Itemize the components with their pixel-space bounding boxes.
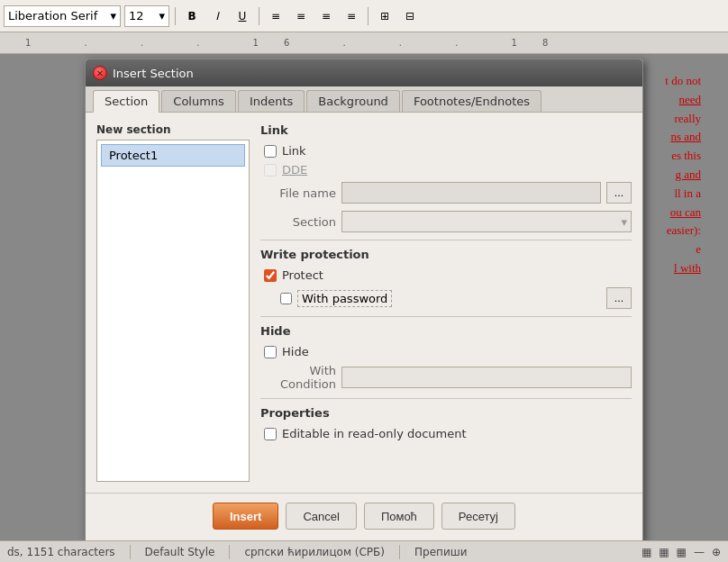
hide-checkbox[interactable] — [264, 346, 277, 358]
section-list[interactable]: Protect1 — [96, 140, 250, 482]
hide-checkbox-row: Hide — [260, 345, 632, 358]
language: српски ћирилицом (СРБ) — [244, 546, 385, 558]
help-button[interactable]: Помоћ — [364, 503, 434, 530]
tab-indents-label: Indents — [250, 95, 293, 108]
font-name-select[interactable]: Liberation Serif ▾ — [4, 5, 121, 27]
right-panel: Link Link DDE File name — [260, 123, 632, 482]
font-size-select[interactable]: 12 ▾ — [124, 5, 169, 27]
font-size-label: 12 — [129, 9, 144, 23]
tab-background-label: Background — [318, 95, 388, 108]
statusbar-icon-4: — — [694, 546, 705, 558]
tab-footnotes[interactable]: Footnotes/Endnotes — [402, 90, 541, 112]
ruler-marks: 1 . . . 16 . . . 18 — [25, 38, 573, 48]
section-field-label: Section — [264, 215, 336, 229]
paragraph-style: Default Style — [145, 546, 215, 558]
reset-button[interactable]: Ресетуј — [441, 503, 515, 530]
statusbar-sep-1 — [130, 545, 131, 559]
tab-section[interactable]: Section — [93, 90, 159, 113]
statusbar-icon-2: ▦ — [659, 546, 669, 558]
tab-footnotes-label: Footnotes/Endnotes — [414, 95, 530, 108]
dialog-titlebar: ✕ Insert Section — [86, 59, 642, 86]
link-checkbox-label[interactable]: Link — [282, 144, 306, 158]
font-name-label: Liberation Serif — [8, 9, 97, 23]
section-list-item[interactable]: Protect1 — [101, 144, 245, 167]
edit-mode: Препиши — [414, 546, 467, 558]
with-password-row: With password ... — [260, 287, 632, 309]
toolbar-separator-3 — [368, 7, 369, 25]
divider-3 — [260, 398, 632, 399]
divider-2 — [260, 316, 632, 317]
tab-background[interactable]: Background — [306, 90, 400, 112]
editable-label[interactable]: Editable in read-only document — [282, 427, 467, 440]
with-password-label[interactable]: With password — [297, 292, 392, 305]
modal-overlay: ✕ Insert Section Section Columns Indents… — [0, 54, 728, 540]
file-name-label: File name — [264, 186, 336, 200]
insert-section-dialog: ✕ Insert Section Section Columns Indents… — [85, 59, 643, 543]
close-icon: ✕ — [96, 68, 104, 78]
underline-button[interactable]: U — [232, 5, 253, 27]
list-unordered-button[interactable]: ⊟ — [399, 5, 421, 27]
hide-checkbox-label[interactable]: Hide — [282, 345, 309, 358]
new-section-label: New section — [96, 123, 250, 136]
with-condition-row: With Condition — [260, 364, 632, 391]
link-group-label: Link — [260, 123, 632, 137]
size-dropdown-icon: ▾ — [159, 9, 165, 23]
link-checkbox-row: Link — [260, 144, 632, 158]
align-center-button[interactable]: ≡ — [290, 5, 312, 27]
statusbar-zoom: ⊕ — [712, 546, 721, 558]
tab-indents[interactable]: Indents — [238, 90, 305, 112]
align-right-button[interactable]: ≡ — [315, 5, 337, 27]
ruler: 1 . . . 16 . . . 18 — [0, 32, 728, 54]
align-justify-button[interactable]: ≡ — [341, 5, 362, 27]
dde-checkbox-label[interactable]: DDE — [282, 163, 307, 177]
font-dropdown-icon: ▾ — [110, 9, 116, 23]
password-browse-icon: ... — [614, 293, 624, 304]
editable-checkbox-row: Editable in read-only document — [260, 427, 632, 440]
dialog-content: New section Protect1 Link Link — [86, 113, 642, 493]
statusbar-sep-3 — [399, 545, 400, 559]
editable-checkbox[interactable] — [264, 428, 277, 440]
with-condition-input[interactable] — [341, 367, 632, 388]
divider-1 — [260, 240, 632, 240]
align-left-button[interactable]: ≡ — [265, 5, 287, 27]
with-password-checkbox[interactable] — [280, 293, 292, 304]
tab-bar: Section Columns Indents Background Footn… — [86, 86, 642, 113]
file-name-row: File name ... — [260, 182, 632, 204]
browse-icon: ... — [614, 187, 624, 199]
section-list-panel: New section Protect1 — [96, 123, 250, 482]
write-protection-label: Write protection — [260, 248, 632, 261]
italic-button[interactable]: I — [206, 5, 228, 27]
cancel-button[interactable]: Cancel — [286, 503, 356, 530]
tab-section-label: Section — [105, 95, 148, 108]
dialog-buttons: Insert Cancel Помоћ Ресетуј — [86, 493, 642, 542]
bold-button[interactable]: B — [181, 5, 203, 27]
file-name-browse-button[interactable]: ... — [606, 182, 632, 204]
section-dropdown-icon: ▾ — [621, 215, 627, 229]
dde-checkbox[interactable] — [264, 164, 277, 177]
password-browse-button[interactable]: ... — [606, 287, 632, 309]
with-condition-label: With Condition — [264, 364, 336, 391]
tab-columns-label: Columns — [173, 95, 224, 108]
file-name-input[interactable] — [341, 182, 601, 204]
close-button[interactable]: ✕ — [93, 66, 107, 80]
section-field-row: Section ▾ — [260, 211, 632, 232]
insert-button[interactable]: Insert — [213, 503, 278, 530]
statusbar-icon-1: ▦ — [642, 546, 651, 558]
toolbar: Liberation Serif ▾ 12 ▾ B I U ≡ ≡ ≡ ≡ ⊞ … — [0, 0, 728, 32]
protect-checkbox-label[interactable]: Protect — [282, 268, 323, 282]
statusbar-sep-2 — [229, 545, 230, 559]
protect-checkbox-row: Protect — [260, 268, 632, 282]
protect-checkbox[interactable] — [264, 269, 277, 282]
tab-columns[interactable]: Columns — [161, 90, 236, 112]
hide-group-label: Hide — [260, 324, 632, 338]
section-dropdown[interactable]: ▾ — [341, 211, 632, 232]
link-checkbox[interactable] — [264, 145, 277, 158]
list-ordered-button[interactable]: ⊞ — [374, 5, 396, 27]
document-area: t do not need really ns and es this g an… — [0, 54, 728, 540]
statusbar-icon-3: ▦ — [677, 546, 687, 558]
toolbar-separator-1 — [175, 7, 176, 25]
italic-label: I — [215, 10, 219, 23]
statusbar-right: ▦ ▦ ▦ — ⊕ — [642, 546, 721, 558]
word-count: ds, 1151 characters — [7, 546, 115, 558]
properties-label: Properties — [260, 406, 632, 420]
